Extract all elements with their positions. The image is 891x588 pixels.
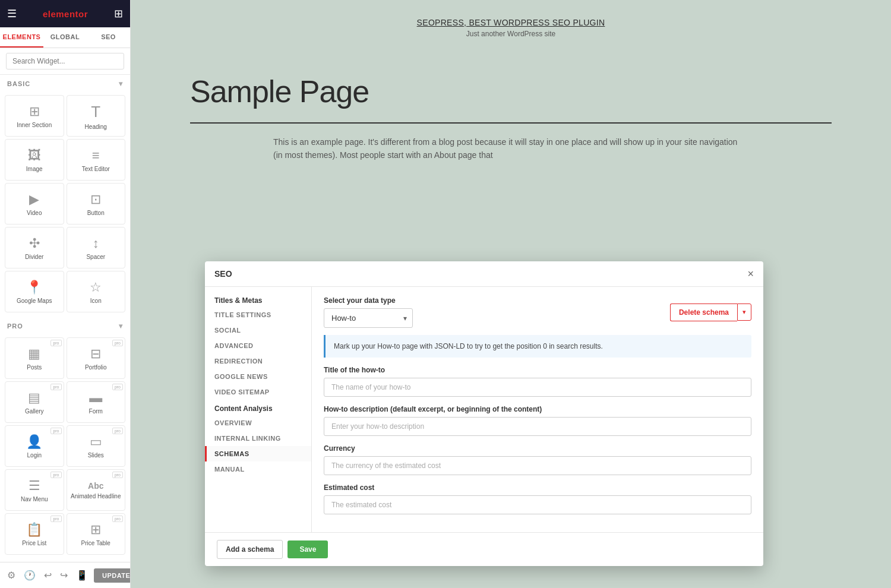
responsive-icon[interactable]: 📱	[74, 567, 90, 583]
estimated-cost-input[interactable]	[324, 495, 751, 514]
section-pro-label: PRO	[7, 323, 23, 330]
widget-button[interactable]: ⊡ Button	[67, 183, 126, 225]
site-tagline: Just another WordPress site	[154, 30, 867, 38]
widget-video[interactable]: ▶ Video	[5, 183, 64, 225]
data-type-section: Select your data type How-to Article FAQ…	[324, 296, 413, 328]
widget-gallery[interactable]: pro ▤ Gallery	[5, 381, 64, 423]
delete-schema-button[interactable]: Delete schema	[670, 304, 737, 321]
widget-label: Inner Section	[17, 122, 52, 129]
tab-seo[interactable]: SEO	[87, 27, 130, 48]
widget-form[interactable]: pro ▬ Form	[67, 381, 126, 423]
redo-icon[interactable]: ↪	[58, 567, 70, 583]
widget-divider[interactable]: ✣ Divider	[5, 227, 64, 268]
description-input[interactable]	[324, 417, 751, 436]
widget-label: Slides	[88, 452, 104, 459]
widget-label: Gallery	[25, 408, 44, 415]
nav-item-redirection[interactable]: REDIRECTION	[205, 353, 311, 369]
title-field-section: Title of the how-to	[324, 366, 751, 397]
widget-icon[interactable]: ☆ Icon	[67, 271, 126, 312]
widget-login[interactable]: pro 👤 Login	[5, 425, 64, 467]
info-box: Mark up your How-to page with JSON-LD to…	[324, 335, 751, 358]
widget-label: Video	[27, 210, 42, 217]
data-type-row: Select your data type How-to Article FAQ…	[324, 296, 751, 328]
widget-label: Login	[27, 452, 42, 459]
history-icon[interactable]: 🕐	[21, 567, 38, 583]
section-pro-header[interactable]: PRO ▾	[0, 317, 130, 335]
nav-item-advanced[interactable]: ADVANCED	[205, 338, 311, 353]
image-icon: 🖼	[28, 148, 41, 163]
widget-label: Form	[89, 408, 103, 415]
add-schema-button[interactable]: Add a schema	[217, 540, 283, 559]
pro-badge: pro	[50, 340, 61, 346]
section-basic-label: BASIC	[7, 80, 30, 87]
widget-image[interactable]: 🖼 Image	[5, 139, 64, 181]
widget-price-list[interactable]: pro 📋 Price List	[5, 513, 64, 555]
save-button[interactable]: Save	[287, 540, 328, 558]
widget-label: Heading	[85, 124, 107, 131]
dialog-footer: Add a schema Save	[205, 532, 763, 566]
form-icon: ▬	[89, 390, 102, 406]
widget-label: Text Editor	[82, 166, 110, 173]
dialog-close-button[interactable]: ×	[747, 268, 754, 279]
nav-item-internal-linking[interactable]: INTERNAL LINKING	[205, 431, 311, 446]
widget-nav-menu[interactable]: pro ☰ Nav Menu	[5, 469, 64, 511]
grid-icon[interactable]: ⊞	[114, 7, 123, 20]
widget-heading[interactable]: T Heading	[67, 95, 126, 137]
page-excerpt: This is an example page. It's different …	[154, 135, 867, 162]
widget-text-editor[interactable]: ≡ Text Editor	[67, 139, 126, 181]
text-editor-icon: ≡	[92, 148, 100, 163]
site-title[interactable]: SEOPRESS, BEST WORDPRESS SEO PLUGIN	[154, 18, 867, 27]
site-header: SEOPRESS, BEST WORDPRESS SEO PLUGIN Just…	[154, 12, 867, 38]
widget-slides[interactable]: pro ▭ Slides	[67, 425, 126, 467]
tab-global[interactable]: GLOBAL	[43, 27, 87, 48]
pro-widgets-grid: pro ▦ Posts pro ⊟ Portfolio pro ▤ Galler…	[0, 335, 130, 559]
divider-icon: ✣	[29, 236, 40, 251]
data-type-select-wrapper: How-to Article FAQ Product Recipe Review	[324, 308, 413, 328]
widget-inner-section[interactable]: ⊞ Inner Section	[5, 95, 64, 137]
sidebar-header: ☰ elementor ⊞	[0, 0, 130, 27]
nav-group-content-analysis[interactable]: Content Analysis	[205, 400, 311, 415]
dialog-main-content: Select your data type How-to Article FAQ…	[312, 287, 763, 532]
dialog-body: Titles & Metas TITLE SETTINGS SOCIAL ADV…	[205, 287, 763, 532]
nav-item-title-settings[interactable]: TITLE SETTINGS	[205, 307, 311, 323]
widget-posts[interactable]: pro ▦ Posts	[5, 337, 64, 379]
delete-schema-chevron-button[interactable]: ▾	[737, 304, 751, 321]
nav-menu-icon: ☰	[29, 478, 40, 494]
sidebar-footer: ⚙ 🕐 ↩ ↪ 📱 UPDATE	[0, 562, 130, 588]
widget-label: Price List	[22, 540, 46, 547]
nav-item-manual[interactable]: MANUAL	[205, 461, 311, 477]
nav-item-overview[interactable]: OVERVIEW	[205, 415, 311, 431]
nav-group-titles-metas[interactable]: Titles & Metas	[205, 292, 311, 307]
hamburger-icon[interactable]: ☰	[7, 7, 17, 20]
widget-google-maps[interactable]: 📍 Google Maps	[5, 271, 64, 312]
widget-animated-headline[interactable]: pro Abc Animated Headline	[67, 469, 126, 511]
search-input[interactable]	[6, 53, 124, 69]
widget-label: Portfolio	[85, 364, 107, 371]
title-input[interactable]	[324, 378, 751, 397]
widget-price-table[interactable]: pro ⊞ Price Table	[67, 513, 126, 555]
settings-icon[interactable]: ⚙	[5, 567, 18, 583]
description-field-section: How-to description (default excerpt, or …	[324, 405, 751, 436]
section-basic-header[interactable]: BASIC ▾	[0, 75, 130, 93]
dialog-nav: Titles & Metas TITLE SETTINGS SOCIAL ADV…	[205, 287, 312, 532]
nav-item-video-sitemap[interactable]: VIDEO SITEMAP	[205, 384, 311, 400]
description-label: How-to description (default excerpt, or …	[324, 405, 751, 413]
nav-item-google-news[interactable]: GOOGLE NEWS	[205, 369, 311, 384]
widget-label: Divider	[25, 254, 43, 261]
pro-badge: pro	[112, 472, 123, 478]
widget-spacer[interactable]: ↕ Spacer	[67, 227, 126, 268]
widget-portfolio[interactable]: pro ⊟ Portfolio	[67, 337, 126, 379]
pro-badge: pro	[112, 516, 123, 522]
elementor-logo: elementor	[43, 9, 88, 19]
pro-badge: pro	[50, 428, 61, 434]
tab-elements[interactable]: ELEMENTS	[0, 27, 43, 48]
data-type-label: Select your data type	[324, 296, 413, 305]
undo-icon[interactable]: ↩	[42, 567, 54, 583]
update-button[interactable]: UPDATE	[94, 568, 131, 583]
currency-input[interactable]	[324, 456, 751, 475]
nav-item-social[interactable]: SOCIAL	[205, 323, 311, 338]
widget-label: Image	[26, 166, 43, 173]
nav-item-schemas[interactable]: Schemas	[205, 446, 311, 461]
estimated-cost-label: Estimated cost	[324, 483, 751, 492]
data-type-select[interactable]: How-to Article FAQ Product Recipe Review	[324, 308, 413, 328]
